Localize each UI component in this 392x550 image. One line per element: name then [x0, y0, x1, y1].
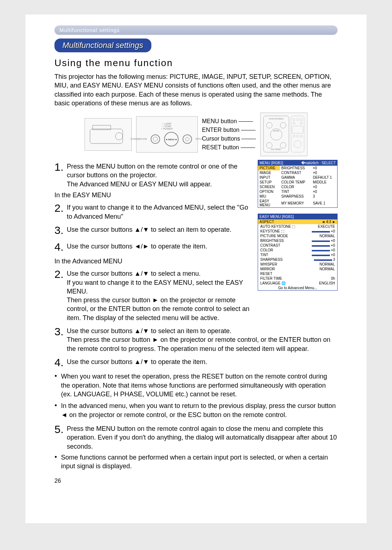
- temp-label: TEMP: [164, 125, 171, 128]
- step-num-1: 1.: [54, 160, 67, 189]
- osd2-title: EASY MENU [RGB1]: [260, 215, 294, 219]
- diagram-row: ○ LAMP ○ TEMP ○ POWER STANDBY/ON ◄ MENU …: [54, 113, 338, 156]
- svg-point-13: [280, 142, 286, 148]
- svg-rect-17: [291, 116, 304, 152]
- page-number: 26: [54, 478, 338, 484]
- svg-point-20: [300, 118, 302, 121]
- step-num-a3: 3.: [54, 324, 67, 353]
- step-num-e4: 4.: [54, 240, 67, 255]
- easy-step-4: Use the cursor buttons ◄/► to operate th…: [67, 240, 207, 255]
- svg-point-12: [266, 142, 272, 148]
- remote-illustration: POSITION MENU ENTER ESC RESET: [260, 113, 307, 156]
- page-title: Using the menu function: [54, 57, 338, 69]
- adv-step-3: Use the cursor buttons ▲/▼ to select an …: [67, 324, 338, 353]
- svg-point-10: [280, 122, 286, 128]
- remote-icon: POSITION MENU ENTER ESC RESET: [262, 114, 306, 154]
- svg-text:POSITION  MENU: POSITION MENU: [269, 118, 283, 120]
- bullet-1: When you want to reset the operation, pr…: [54, 372, 338, 399]
- svg-point-3: [151, 135, 160, 143]
- bullet-3: Some functions cannot be performed when …: [54, 453, 338, 471]
- projector-icon: [88, 122, 128, 147]
- button-labels: MENU button ENTER button Cursor buttons …: [202, 118, 256, 151]
- bullet-2: In the advanced menu, when you want to r…: [54, 401, 338, 419]
- osd1-title-right: �natürlich : SELECT: [301, 161, 336, 165]
- svg-point-21: [293, 122, 295, 124]
- step-1-text: Press the MENU button on the remote cont…: [67, 160, 254, 189]
- step-num-e3: 3.: [54, 223, 67, 238]
- power-label: POWER: [163, 128, 172, 130]
- section-pill: Multifunctional settings: [54, 39, 151, 52]
- svg-rect-0: [90, 129, 123, 143]
- easy-step-2: If you want to change it to the Advanced…: [67, 201, 254, 221]
- adv-step-4: Use the cursor buttons ▲/▼ to operate th…: [67, 355, 207, 370]
- menu-button-label: MENU button: [202, 118, 237, 124]
- svg-point-1: [115, 133, 123, 140]
- svg-point-4: [153, 137, 158, 141]
- page: Multifunctional settings Multifunctional…: [25, 15, 367, 523]
- svg-point-19: [297, 118, 299, 121]
- svg-rect-23: [292, 126, 303, 133]
- advanced-menu-osd: MENU [RGB1] �natürlich : SELECT PICTUREB…: [258, 160, 338, 208]
- svg-text:ENTER: ENTER: [273, 130, 279, 132]
- projector-illustration: [85, 118, 132, 151]
- svg-rect-8: [264, 116, 289, 152]
- easy-step-3: Use the cursor buttons ▲/▼ to select an …: [67, 223, 232, 238]
- control-panel-illustration: ○ LAMP ○ TEMP ○ POWER STANDBY/ON ◄ MENU …: [136, 116, 198, 153]
- svg-point-24: [293, 135, 295, 137]
- menu-dpad-label: ◄ MENU ►: [165, 138, 177, 141]
- step-num-a4: 4.: [54, 355, 67, 370]
- svg-point-6: [183, 135, 192, 143]
- svg-point-27: [294, 141, 301, 148]
- svg-point-7: [185, 137, 189, 141]
- svg-point-25: [297, 135, 299, 137]
- svg-point-18: [293, 118, 295, 121]
- osd1-left-0: PICTURE: [258, 166, 280, 170]
- step-num-e2: 2.: [54, 201, 67, 221]
- osd1-title-left: MENU [RGB1]: [260, 161, 283, 165]
- step-num-a2: 2.: [54, 267, 67, 322]
- adv-step-2: Use the cursor buttons ▲/▼ to select a m…: [67, 267, 254, 322]
- easy-menu-osd: EASY MENU [RGB1] ASPECT◄ 4:3 ► AUTO KEYS…: [258, 214, 338, 291]
- breadcrumb: Multifunctional settings: [54, 25, 338, 35]
- svg-point-22: [300, 122, 302, 124]
- enter-button-label: ENTER button: [202, 127, 240, 133]
- step-5-text: Press the MENU button on the remote cont…: [67, 422, 338, 451]
- lamp-label: LAMP: [164, 122, 171, 125]
- svg-point-9: [266, 122, 272, 128]
- osd-previews: MENU [RGB1] �natürlich : SELECT PICTUREB…: [258, 160, 338, 296]
- reset-button-label: RESET button: [202, 144, 239, 150]
- svg-point-26: [300, 135, 302, 137]
- intro-text: This projector has the following menus: …: [54, 72, 338, 108]
- cursor-buttons-label: Cursor buttons: [202, 136, 240, 142]
- step-num-5: 5.: [54, 422, 67, 451]
- standby-label: STANDBY/ON: [131, 138, 147, 140]
- osd2-footer: Go to Advanced Menu...: [278, 286, 317, 290]
- osd2-aspect-label: ASPECT: [260, 220, 274, 224]
- svg-text:ESC   RESET: ESC RESET: [271, 148, 281, 150]
